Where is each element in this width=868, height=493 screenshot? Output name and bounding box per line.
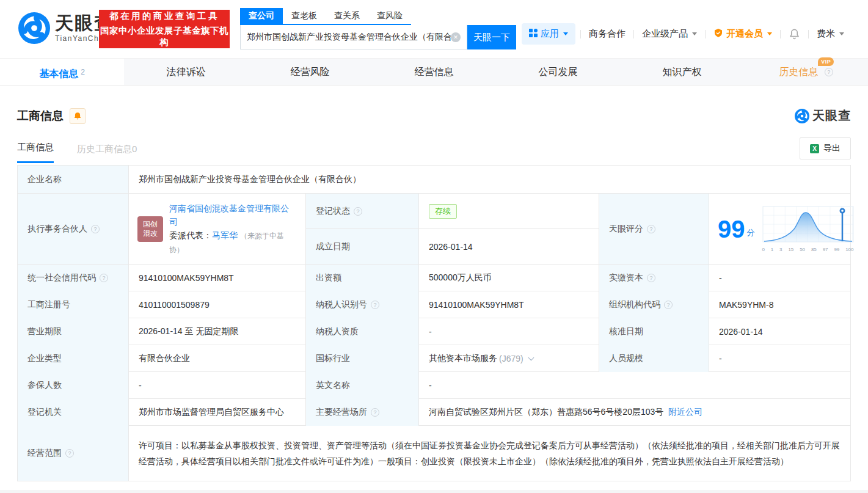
table-row: 登记机关 郑州市市场监督管理局自贸区服务中心 主要经营场所 河南自贸试验区郑州片…: [18, 399, 850, 426]
table-row: 经营范围 许可项目：以私募基金从事股权投资、投资管理、资产管理等活动（须在中国证…: [18, 426, 850, 481]
representative-name-link[interactable]: 马军华: [212, 230, 238, 240]
tab-operating-info[interactable]: 经营信息: [372, 59, 496, 85]
nav-business-cooperation[interactable]: 商务合作: [581, 28, 633, 40]
field-label-contribution: 出资额: [306, 265, 419, 291]
industry-code: (J679): [499, 354, 523, 363]
subtab-label: 历史工商信息0: [77, 144, 137, 154]
field-value-insured-count: -: [129, 372, 306, 399]
field-value-industry: 其他资本市场服务 (J679): [419, 345, 599, 372]
help-icon[interactable]: [664, 301, 673, 309]
field-label-business-address: 主要经营场所: [306, 399, 419, 426]
vip-crown-icon: [713, 28, 723, 40]
field-value-registration-status: 存续: [419, 194, 599, 228]
nav-enterprise-products[interactable]: 企业级产品: [634, 28, 705, 40]
help-icon[interactable]: [371, 301, 379, 309]
company-detail-tabs: 基本信息2 法律诉讼 经营风险 经营信息 公司发展 知识产权 历史信息 VIP: [0, 58, 868, 86]
chevron-down-icon: [563, 32, 568, 35]
top-header: 天眼查 TianYanCha.com 都在用的商业查询工具 国家中小企业发展子基…: [0, 0, 868, 58]
field-value-credit-code: 91410100MAK59YHM8T: [129, 265, 306, 291]
field-value-english-name: -: [419, 372, 850, 399]
clear-input-icon[interactable]: [451, 32, 461, 42]
help-icon[interactable]: [100, 274, 108, 282]
partner-company-link[interactable]: 河南省国创混改基金管理有限公司: [169, 203, 289, 227]
field-value-registration-authority: 郑州市市场监督管理局自贸区服务中心: [129, 399, 306, 426]
tab-label: 法律诉讼: [167, 67, 206, 77]
field-label-registration-authority: 登记机关: [18, 399, 129, 426]
field-value-business-address: 河南自贸试验区郑州片区（郑东）普惠路56号6号楼20层103号 附近公司: [419, 399, 850, 426]
chevron-down-icon: [692, 32, 697, 35]
help-icon[interactable]: [825, 68, 833, 76]
search-tab-risk[interactable]: 查风险: [368, 8, 411, 24]
field-label-establish-date: 成立日期: [306, 229, 419, 264]
table-row: 营业期限 2026-01-14 至 无固定期限 纳税人资质 - 核准日期 202…: [18, 318, 850, 345]
field-label-org-code: 组织机构代码: [599, 291, 709, 318]
nav-user-label: 费米: [817, 28, 835, 40]
subtab-business-info[interactable]: 工商信息: [17, 142, 54, 163]
status-date-stack: 登记状态 存续 成立日期 2026-01-14: [306, 194, 599, 264]
tab-operating-risk[interactable]: 经营风险: [248, 59, 372, 85]
nav-open-vip[interactable]: 开通会员: [706, 28, 780, 40]
search-row: 天眼一下: [240, 25, 516, 49]
search-tab-relation[interactable]: 查关系: [326, 8, 368, 24]
nav-vip-label: 开通会员: [726, 28, 763, 40]
table-row: 统一社会信用代码 91410100MAK59YHM8T 出资额 500000万人…: [18, 265, 850, 291]
field-label-approval-date: 核准日期: [599, 318, 709, 345]
nav-apps-label: 应用: [541, 28, 559, 40]
apps-grid-icon: [529, 29, 538, 39]
field-value-taxpayer-quality: -: [419, 318, 599, 345]
score-unit: 分: [747, 227, 755, 238]
search-button[interactable]: 天眼一下: [467, 25, 516, 49]
subtab-history-business-info[interactable]: 历史工商信息0: [77, 144, 137, 163]
nav-cooperation-label: 商务合作: [589, 28, 625, 40]
chevron-down-icon: [839, 32, 844, 35]
nav-user-menu[interactable]: 费米: [809, 28, 852, 40]
notification-bell-button[interactable]: [781, 28, 808, 40]
field-value-establish-date: 2026-01-14: [419, 229, 599, 264]
field-label-insured-count: 参保人数: [18, 372, 129, 399]
search-box: [240, 25, 467, 49]
page: 天眼查 TianYanCha.com 都在用的商业查询工具 国家中小企业发展子基…: [0, 0, 868, 493]
help-icon[interactable]: [371, 408, 379, 417]
table-row: 工商注册号 410110001509879 纳税人识别号 91410100MAK…: [18, 291, 850, 318]
field-label-registration-number: 工商注册号: [18, 291, 129, 318]
search-tabs: 查公司 查老板 查关系 查风险: [240, 8, 411, 25]
field-value-contribution: 500000万人民币: [419, 265, 599, 291]
partner-avatar[interactable]: 国创混改: [137, 216, 163, 242]
slogan-line1: 都在用的商业查询工具: [99, 10, 230, 22]
help-icon[interactable]: [65, 449, 74, 458]
tab-label: 经营风险: [291, 67, 330, 77]
tab-legal-proceedings[interactable]: 法律诉讼: [124, 59, 248, 85]
subtab-label: 工商信息: [17, 142, 54, 152]
field-label-paid-capital: 实缴资本: [599, 265, 709, 291]
help-icon[interactable]: [647, 225, 655, 233]
search-tab-boss[interactable]: 查老板: [283, 8, 326, 24]
nearby-companies-link[interactable]: 附近公司: [668, 407, 702, 418]
help-icon[interactable]: [91, 225, 100, 233]
chevron-down-icon[interactable]: [528, 354, 534, 360]
export-button[interactable]: 导出: [800, 137, 851, 159]
search-input[interactable]: [247, 32, 451, 42]
tab-basic-info[interactable]: 基本信息2: [0, 59, 124, 85]
field-value-taxpayer-id: 91410100MAK59YHM8T: [419, 291, 599, 318]
help-icon[interactable]: [354, 207, 362, 216]
status-badge: 存续: [429, 204, 457, 219]
score-curve-chart[interactable]: 0131550859799100: [762, 206, 854, 252]
tab-history-info[interactable]: 历史信息 VIP: [744, 59, 868, 85]
search-tab-company[interactable]: 查公司: [240, 8, 283, 24]
tab-intellectual-property[interactable]: 知识产权: [620, 59, 744, 85]
tab-count-badge: 2: [81, 68, 85, 76]
table-row: 企业类型 有限合伙企业 国标行业 其他资本市场服务 (J679) 人员规模 -: [18, 345, 850, 372]
business-info-table: 企业名称 郑州市国创战新产业投资母基金管理合伙企业（有限合伙） 执行事务合伙人 …: [17, 165, 851, 481]
tab-company-development[interactable]: 公司发展: [496, 59, 620, 85]
tab-label: 知识产权: [663, 67, 702, 77]
excel-icon: [810, 144, 819, 153]
table-row: 参保人数 - 英文名称 -: [18, 372, 850, 399]
nav-apps[interactable]: 应用: [522, 23, 575, 45]
score-number: 99 分: [718, 217, 755, 241]
tab-label: 经营信息: [415, 67, 454, 77]
help-icon[interactable]: [647, 274, 655, 282]
monitor-bell-button[interactable]: [70, 108, 86, 124]
section-title: 工商信息: [17, 108, 64, 124]
field-value-tianyan-score: 99 分: [709, 194, 860, 264]
field-value-company-name: 郑州市国创战新产业投资母基金管理合伙企业（有限合伙）: [129, 166, 850, 193]
